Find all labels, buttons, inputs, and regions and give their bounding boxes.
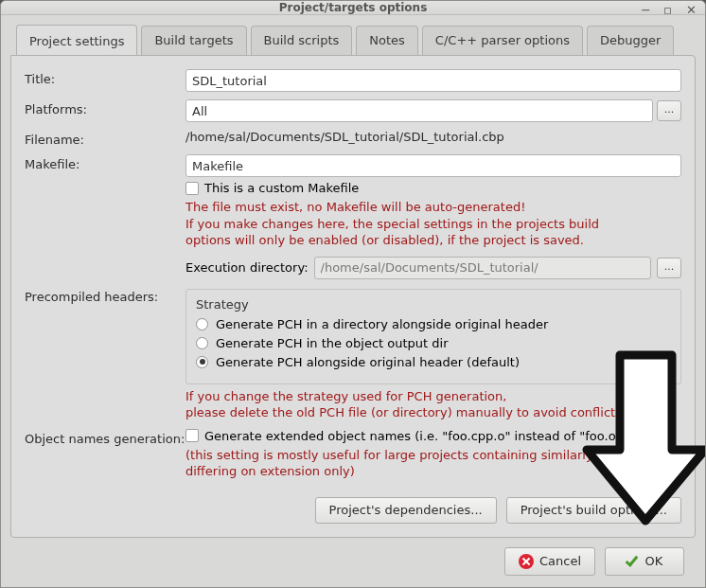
makefile-warning: The file must exist, no Makefile will be… [185,199,681,249]
filename-label: Filename: [25,130,185,147]
platforms-label: Platforms: [25,99,185,116]
cancel-button[interactable]: Cancel [504,547,595,576]
tab-build-targets[interactable]: Build targets [141,26,246,56]
pch-radio-default[interactable] [196,356,208,368]
custom-makefile-checkbox[interactable] [185,182,199,195]
strategy-group: Strategy Generate PCH in a directory alo… [185,289,681,384]
tab-bar: Project settings Build targets Build scr… [10,25,696,55]
custom-makefile-check-label: This is a custom Makefile [204,181,359,195]
pch-radio-object-dir[interactable] [196,337,208,349]
pch-warning: If you change the strategy used for PCH … [185,388,681,421]
window-title: Project/targets options [279,1,428,14]
title-input[interactable] [185,69,681,92]
tab-build-scripts[interactable]: Build scripts [251,26,353,56]
title-label: Title: [25,69,185,86]
exec-dir-browse-button[interactable]: ... [657,258,681,278]
tab-panel: Title: Platforms: ... Filename: /home/sa… [10,55,696,538]
makefile-label: Makefile: [25,154,185,171]
precompiled-label: Precompiled headers: [25,287,185,304]
minimize-icon[interactable]: − [641,4,654,17]
ok-check-icon [627,555,640,568]
tab-debugger[interactable]: Debugger [587,26,674,56]
cancel-icon [519,554,534,569]
dialog-window: Project/targets options − ▫ ✕ Project se… [0,0,706,588]
exec-dir-input [314,257,651,279]
platforms-input[interactable] [185,99,653,122]
filename-value: /home/sal/Documents/SDL_tutorial/SDL_tut… [185,130,681,144]
pch-radio-alongside-dir-label: Generate PCH in a directory alongside or… [216,317,548,331]
tab-notes[interactable]: Notes [356,26,418,56]
makefile-input[interactable] [185,154,681,177]
obj-gen-warning: (this setting is mostly useful for large… [185,447,681,480]
tab-c-cpp-parser[interactable]: C/C++ parser options [422,26,583,56]
pch-radio-object-dir-label: Generate PCH in the object output dir [216,336,449,350]
obj-gen-label: Object names generation: [25,429,185,446]
obj-gen-check-label: Generate extended object names (i.e. "fo… [204,429,627,443]
close-icon[interactable]: ✕ [686,4,699,17]
titlebar[interactable]: Project/targets options − ▫ ✕ [1,1,705,15]
exec-dir-label: Execution directory: [185,260,309,275]
project-dependencies-button[interactable]: Project's dependencies... [315,497,497,524]
platforms-browse-button[interactable]: ... [657,100,681,121]
maximize-icon[interactable]: ▫ [663,4,677,17]
pch-radio-alongside-dir[interactable] [196,318,208,330]
ok-button[interactable]: OK [605,547,684,576]
project-build-options-button[interactable]: Project's build options... [506,497,681,524]
tab-project-settings[interactable]: Project settings [16,25,137,55]
strategy-group-label: Strategy [196,297,671,312]
pch-radio-default-label: Generate PCH alongside original header (… [216,355,520,369]
obj-gen-checkbox[interactable] [185,429,199,442]
dialog-footer: Cancel OK [10,538,696,587]
